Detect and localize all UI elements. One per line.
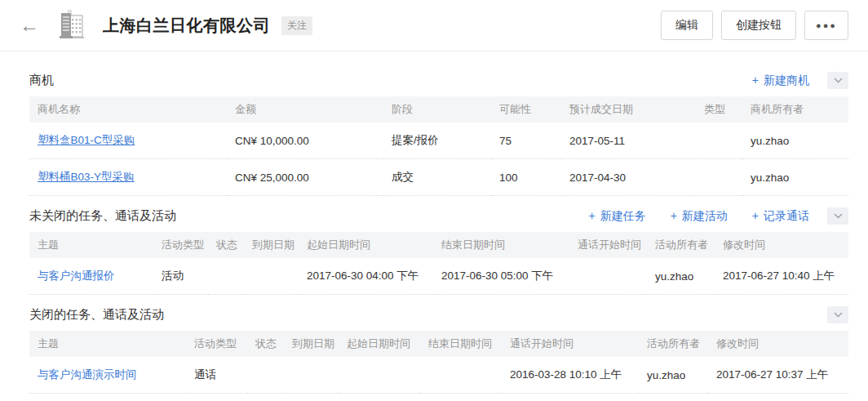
- column-header[interactable]: 类型: [696, 96, 742, 123]
- table-row: 与客户沟通演示时间 通话 2016-03-28 10:10 上午 yu.zhao…: [29, 357, 848, 394]
- end-datetime-cell: [420, 357, 502, 394]
- opportunity-link[interactable]: 塑料盒B01-C型采购: [38, 134, 135, 146]
- type-cell: [696, 123, 742, 159]
- collapse-button[interactable]: [827, 306, 848, 323]
- section-title: 关闭的任务、通话及活动: [29, 307, 164, 323]
- column-header[interactable]: 主题: [29, 232, 153, 258]
- create-button[interactable]: 创建按钮: [721, 11, 796, 40]
- call-start-cell: [569, 258, 647, 295]
- opportunities-table: 商机名称 金额 阶段 可能性 预计成交日期 类型 商机所有者 塑料盒B01-C型…: [29, 96, 848, 196]
- open-activities-table: 主题 活动类型 状态 到期日期 起始日期时间 结束日期时间 通话开始时间 活动所…: [29, 232, 848, 295]
- owner-cell: yu.zhao: [742, 123, 848, 159]
- table-row: 与客户沟通报价 活动 2017-06-30 04:00 下午 2017-06-3…: [29, 258, 848, 295]
- table-header-row: 商机名称 金额 阶段 可能性 预计成交日期 类型 商机所有者: [29, 96, 848, 123]
- table-header-row: 主题 活动类型 状态 到期日期 起始日期时间 结束日期时间 通话开始时间 活动所…: [29, 331, 848, 357]
- opportunity-link[interactable]: 塑料桶B03-Y型采购: [38, 171, 135, 183]
- new-task-link[interactable]: +新建任务: [588, 209, 645, 224]
- plus-icon: +: [752, 209, 759, 222]
- main-content: 商机 +新建商机 商机名称 金额 阶段 可能性 预计成交日期 类型 商机所有者: [0, 72, 868, 394]
- start-datetime-cell: [339, 357, 420, 394]
- stage-cell: 提案/报价: [383, 123, 491, 159]
- call-start-cell: 2016-03-28 10:10 上午: [502, 357, 639, 394]
- close-date-cell: 2017-05-11: [561, 123, 696, 159]
- end-datetime-cell: 2017-06-30 05:00 下午: [433, 258, 569, 295]
- collapse-button[interactable]: [827, 207, 848, 225]
- amount-cell: CN¥ 10,000.00: [227, 123, 383, 159]
- building-icon: [57, 9, 88, 42]
- table-header-row: 主题 活动类型 状态 到期日期 起始日期时间 结束日期时间 通话开始时间 活动所…: [29, 232, 848, 258]
- activity-type-cell: 通话: [186, 357, 247, 394]
- column-header[interactable]: 通话开始时间: [502, 331, 639, 357]
- back-icon[interactable]: ←: [20, 16, 39, 35]
- new-event-link[interactable]: +新建活动: [671, 209, 728, 224]
- amount-cell: CN¥ 25,000.00: [227, 159, 383, 196]
- activity-link[interactable]: 与客户沟通演示时间: [38, 368, 137, 381]
- activity-type-cell: 活动: [153, 258, 208, 295]
- column-header[interactable]: 结束日期时间: [433, 232, 569, 258]
- page-title: 上海白兰日化有限公司: [103, 15, 270, 37]
- closed-activities-table: 主题 活动类型 状态 到期日期 起始日期时间 结束日期时间 通话开始时间 活动所…: [29, 331, 848, 394]
- more-button[interactable]: ●●●: [804, 11, 848, 40]
- plus-icon: +: [588, 209, 595, 222]
- probability-cell: 75: [491, 123, 561, 159]
- column-header[interactable]: 到期日期: [244, 232, 299, 258]
- chevron-down-icon: [834, 213, 843, 219]
- column-header[interactable]: 状态: [247, 331, 284, 357]
- column-header[interactable]: 预计成交日期: [561, 96, 696, 123]
- modified-time-cell: 2017-06-27 10:37 上午: [708, 357, 848, 394]
- opportunities-section-header: 商机 +新建商机: [29, 72, 848, 89]
- due-date-cell: [284, 357, 339, 394]
- column-header[interactable]: 结束日期时间: [420, 331, 502, 357]
- new-opportunity-link[interactable]: +新建商机: [752, 74, 809, 88]
- section-title: 未关闭的任务、通话及活动: [29, 208, 176, 224]
- column-header[interactable]: 阶段: [383, 96, 491, 123]
- column-header[interactable]: 修改时间: [715, 232, 848, 258]
- column-header[interactable]: 起始日期时间: [339, 331, 420, 357]
- column-header[interactable]: 活动所有者: [639, 331, 708, 357]
- table-row: 塑料桶B03-Y型采购 CN¥ 25,000.00 成交 100 2017-04…: [29, 159, 848, 196]
- status-cell: [247, 357, 284, 394]
- section-actions: [809, 306, 848, 323]
- column-header[interactable]: 状态: [208, 232, 244, 258]
- column-header[interactable]: 到期日期: [284, 331, 339, 357]
- follow-badge[interactable]: 关注: [281, 16, 312, 35]
- column-header[interactable]: 起始日期时间: [299, 232, 433, 258]
- header-actions: 编辑 创建按钮 ●●●: [661, 11, 848, 40]
- column-header[interactable]: 活动所有者: [647, 232, 715, 258]
- collapse-button[interactable]: [827, 72, 848, 89]
- column-header[interactable]: 活动类型: [153, 232, 208, 258]
- type-cell: [696, 159, 742, 196]
- probability-cell: 100: [491, 159, 561, 196]
- column-header[interactable]: 通话开始时间: [569, 232, 647, 258]
- plus-icon: +: [752, 74, 759, 87]
- column-header[interactable]: 金额: [227, 96, 383, 123]
- status-cell: [208, 258, 244, 295]
- column-header[interactable]: 主题: [29, 331, 186, 357]
- closed-activities-section-header: 关闭的任务、通话及活动: [29, 306, 848, 323]
- due-date-cell: [244, 258, 299, 295]
- stage-cell: 成交: [383, 159, 491, 196]
- edit-button[interactable]: 编辑: [661, 11, 713, 40]
- modified-time-cell: 2017-06-27 10:40 上午: [715, 258, 848, 295]
- column-header[interactable]: 商机所有者: [742, 96, 848, 123]
- close-date-cell: 2017-04-30: [561, 159, 696, 196]
- plus-icon: +: [671, 209, 677, 222]
- owner-cell: yu.zhao: [647, 258, 715, 295]
- start-datetime-cell: 2017-06-30 04:00 下午: [299, 258, 433, 295]
- chevron-down-icon: [834, 78, 843, 83]
- owner-cell: yu.zhao: [742, 159, 848, 196]
- section-actions: +新建任务 +新建活动 +记录通话: [564, 207, 848, 225]
- column-header[interactable]: 活动类型: [186, 331, 247, 357]
- column-header[interactable]: 商机名称: [29, 96, 227, 123]
- chevron-down-icon: [834, 312, 843, 318]
- column-header[interactable]: 修改时间: [708, 331, 848, 357]
- table-row: 塑料盒B01-C型采购 CN¥ 10,000.00 提案/报价 75 2017-…: [29, 123, 848, 159]
- page-header: ← 上海白兰日化有限公司 关注 编辑 创建按钮 ●●●: [0, 0, 868, 51]
- section-title: 商机: [29, 73, 54, 88]
- owner-cell: yu.zhao: [639, 357, 708, 394]
- log-call-link[interactable]: +记录通话: [752, 209, 809, 224]
- section-actions: +新建商机: [728, 72, 848, 89]
- column-header[interactable]: 可能性: [491, 96, 561, 123]
- activity-link[interactable]: 与客户沟通报价: [38, 270, 115, 282]
- open-activities-section-header: 未关闭的任务、通话及活动 +新建任务 +新建活动 +记录通话: [29, 207, 848, 225]
